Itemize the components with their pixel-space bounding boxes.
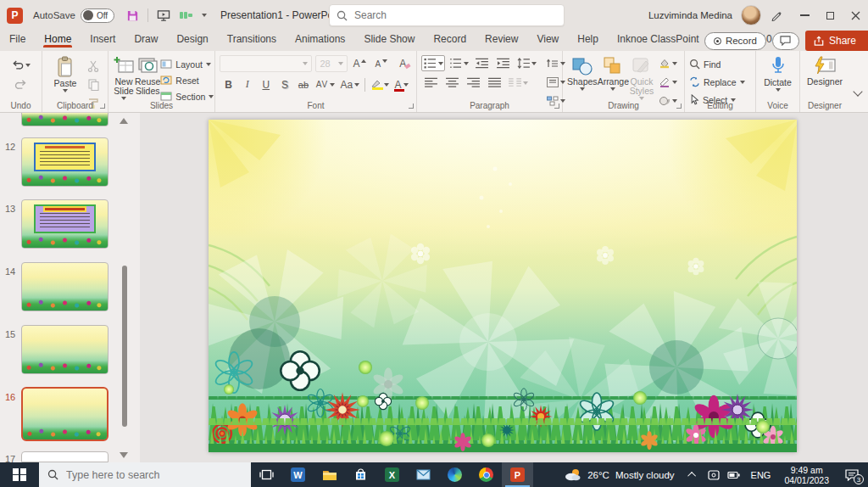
search-input[interactable] [354,9,524,21]
new-slide-button[interactable]: New Slide [113,55,135,100]
underline-button[interactable]: U [257,76,275,92]
tab-help[interactable]: Help [568,31,608,48]
thumbnails-scroll-down-arrow[interactable] [120,452,128,458]
weather-widget[interactable]: 26°C Mostly cloudy [556,468,682,481]
text-shadow-button[interactable]: S [275,76,293,92]
slide-13-thumbnail[interactable] [21,199,108,249]
numbering-button[interactable] [448,55,470,71]
reset-button[interactable]: Reset [160,73,214,87]
taskbar-chrome-icon[interactable] [470,462,502,487]
start-button[interactable] [0,462,39,487]
collapse-ribbon-chevron-icon[interactable] [853,87,862,96]
tab-design[interactable]: Design [167,31,217,48]
save-icon[interactable] [126,9,139,22]
shape-outline-button[interactable] [656,74,680,90]
increase-indent-button[interactable] [493,55,512,71]
language-indicator[interactable]: ENG [744,470,778,480]
tab-home[interactable]: Home [35,31,81,48]
taskbar-store-icon[interactable] [345,462,376,487]
show-hidden-icons-button[interactable] [683,462,704,487]
find-button[interactable]: Find [689,57,745,71]
font-name-combobox[interactable] [220,55,312,72]
tab-review[interactable]: Review [476,31,527,48]
character-spacing-button[interactable]: AV [314,76,338,92]
tab-inknoe-classpoint[interactable]: Inknoe ClassPoint [608,31,709,48]
arrange-button[interactable]: Arrange [598,55,629,91]
tab-animations[interactable]: Animations [286,31,354,48]
classpoint-toolbar-icon[interactable] [179,9,193,21]
minimize-button[interactable] [792,0,817,31]
font-color-button[interactable]: A [391,76,412,92]
tab-view[interactable]: View [527,31,568,48]
redo-button[interactable] [12,76,31,92]
shapes-button[interactable]: Shapes [567,55,598,91]
taskbar-edge-icon[interactable] [439,462,470,487]
taskbar-search-box[interactable] [39,462,251,487]
tab-file[interactable]: File [0,31,35,48]
paste-button[interactable]: Paste [47,55,84,92]
autosave-toggle[interactable]: Off [81,8,114,23]
decrease-indent-button[interactable] [472,55,491,71]
taskbar-powerpoint-icon[interactable]: P [502,462,533,487]
bold-button[interactable]: B [220,76,237,92]
clear-formatting-button[interactable]: A [394,56,412,72]
change-case-button[interactable]: Aa [338,76,361,92]
user-avatar[interactable] [741,5,761,25]
highlight-color-button[interactable] [369,76,390,92]
align-center-button[interactable] [442,75,461,91]
decrease-font-size-button[interactable]: A [372,56,390,72]
columns-button[interactable] [506,75,530,91]
task-view-button[interactable] [251,462,282,487]
comments-button[interactable] [772,32,799,50]
tab-slide-show[interactable]: Slide Show [354,31,424,48]
copy-button[interactable] [84,76,103,92]
increase-font-size-button[interactable]: A [351,56,369,72]
align-right-button[interactable] [464,75,482,91]
tab-insert[interactable]: Insert [81,31,125,48]
taskbar-file-explorer-icon[interactable] [314,462,345,487]
reuse-slides-button[interactable]: Reuse Slides [135,55,160,96]
slide-16-thumbnail-selected[interactable] [21,387,108,441]
justify-button[interactable] [485,75,504,91]
cut-button[interactable] [84,58,103,74]
customize-qat-chevron-icon[interactable] [202,14,207,17]
shape-fill-button[interactable] [656,55,680,71]
slideshow-from-start-icon[interactable] [157,9,170,22]
action-center-button[interactable]: 3 [836,462,868,487]
close-button[interactable] [843,0,868,31]
thumbnails-scrollbar-thumb[interactable] [122,266,127,427]
tab-record[interactable]: Record [424,31,476,48]
strikethrough-button[interactable]: ab [294,76,312,92]
slide-canvas[interactable] [209,120,797,452]
undo-button[interactable] [12,57,31,73]
share-button[interactable]: Share [805,31,868,51]
slide-15-thumbnail[interactable] [21,325,108,374]
thumbnails-scroll-up-arrow[interactable] [120,118,128,124]
search-box[interactable] [329,4,565,26]
tab-transitions[interactable]: Transitions [218,31,286,48]
bullets-button[interactable] [421,55,445,71]
slide-17-thumbnail-partial[interactable] [21,451,108,462]
replace-button[interactable]: Replace [689,75,745,89]
taskbar-mail-icon[interactable] [408,462,439,487]
tray-device-button[interactable] [704,462,724,487]
powerpoint-app-icon[interactable]: P [7,8,23,24]
quick-styles-button[interactable]: Quick Styles [629,55,654,100]
tab-draw[interactable]: Draw [125,31,167,48]
line-spacing-button[interactable] [515,55,538,71]
taskbar-search-input[interactable] [66,469,227,481]
layout-button[interactable]: Layout [160,57,214,71]
designer-button[interactable]: Designer [804,55,845,87]
italic-button[interactable]: I [238,76,256,92]
slide-11-thumbnail-partial[interactable] [21,113,108,126]
clock[interactable]: 9:49 am 04/01/2023 [777,465,836,485]
pen-tools-button[interactable] [761,0,792,31]
align-left-button[interactable] [421,75,440,91]
taskbar-word-icon[interactable]: W [282,462,314,487]
maximize-button[interactable] [817,0,843,31]
dictate-button[interactable]: Dictate [760,55,795,92]
slide-12-thumbnail[interactable] [21,137,108,187]
slide-14-thumbnail[interactable] [21,262,108,311]
taskbar-excel-icon[interactable]: X [376,462,408,487]
record-button[interactable]: Record [704,32,766,50]
